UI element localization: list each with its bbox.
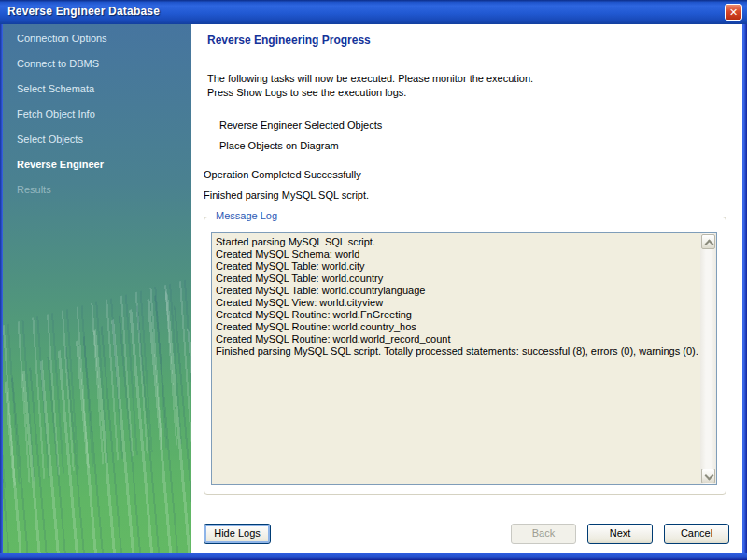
sidebar-item-connection-options: Connection Options bbox=[3, 26, 191, 51]
sidebar-item-select-schemata: Select Schemata bbox=[3, 77, 191, 102]
intro-line-1: The following tasks will now be executed… bbox=[207, 72, 533, 86]
sidebar-item-reverse-engineer: Reverse Engineer bbox=[3, 152, 191, 177]
log-line: Created MySQL Routine: world.country_hos bbox=[216, 321, 700, 333]
log-line: Created MySQL Table: world.city bbox=[216, 260, 700, 273]
intro-line-2: Press Show Logs to see the execution log… bbox=[207, 86, 533, 100]
chevron-up-icon bbox=[705, 240, 714, 249]
wizard-steps-sidebar: Connection Options Connect to DBMS Selec… bbox=[3, 24, 192, 553]
back-button[interactable]: Back bbox=[511, 524, 576, 544]
next-button[interactable]: Next bbox=[587, 524, 653, 544]
log-line: Created MySQL View: world.cityview bbox=[216, 297, 700, 309]
title-bar[interactable]: Reverse Engineer Database ✕ bbox=[0, 0, 747, 24]
scroll-down-icon[interactable] bbox=[701, 469, 715, 483]
message-log-label: Message Log bbox=[212, 210, 281, 221]
log-line: Created MySQL Table: world.countrylangua… bbox=[216, 285, 700, 297]
task-item-reverse-engineer-selected-objects: Reverse Engineer Selected Objects bbox=[219, 115, 382, 135]
sidebar-item-fetch-object-info: Fetch Object Info bbox=[3, 102, 191, 127]
hide-logs-button[interactable]: Hide Logs bbox=[204, 524, 271, 544]
operation-status-text: Operation Completed Successfully bbox=[204, 169, 361, 180]
log-line: Started parsing MySQL SQL script. bbox=[216, 236, 700, 248]
close-icon[interactable]: ✕ bbox=[725, 4, 742, 21]
log-line: Created MySQL Schema: world bbox=[216, 248, 700, 260]
window-title: Reverse Engineer Database bbox=[7, 0, 160, 23]
wizard-step-list: Connection Options Connect to DBMS Selec… bbox=[3, 24, 191, 203]
window-border-bottom bbox=[0, 553, 747, 560]
message-log-groupbox: Message Log Started parsing MySQL SQL sc… bbox=[204, 217, 726, 495]
scroll-up-icon[interactable] bbox=[701, 234, 715, 249]
log-line: Created MySQL Routine: world.FnGreeting bbox=[216, 309, 700, 321]
chevron-down-icon bbox=[705, 471, 714, 481]
task-list: Reverse Engineer Selected Objects Place … bbox=[219, 115, 382, 156]
wizard-content-panel: Reverse Engineering Progress The followi… bbox=[191, 24, 742, 553]
message-log-content: Started parsing MySQL SQL script. Create… bbox=[212, 233, 700, 484]
sidebar-item-results: Results bbox=[3, 177, 191, 203]
log-line: Created MySQL Routine: world.world_recor… bbox=[216, 333, 700, 345]
log-line: Created MySQL Table: world.country bbox=[216, 273, 700, 285]
task-item-place-objects-on-diagram: Place Objects on Diagram bbox=[219, 135, 382, 156]
sidebar-item-connect-to-dbms: Connect to DBMS bbox=[3, 51, 191, 77]
cancel-button[interactable]: Cancel bbox=[664, 524, 729, 544]
message-log-textarea[interactable]: Started parsing MySQL SQL script. Create… bbox=[211, 232, 717, 485]
parse-status-text: Finished parsing MySQL SQL script. bbox=[204, 189, 369, 201]
reverse-engineer-database-window: Reverse Engineer Database ✕ Connection O… bbox=[0, 0, 747, 560]
vertical-scrollbar[interactable] bbox=[700, 233, 716, 484]
window-border-right bbox=[742, 24, 747, 560]
page-title: Reverse Engineering Progress bbox=[207, 34, 371, 47]
log-line: Finished parsing MySQL SQL script. Total… bbox=[216, 345, 700, 357]
intro-text: The following tasks will now be executed… bbox=[207, 72, 533, 100]
sidebar-item-select-objects: Select Objects bbox=[3, 127, 191, 152]
